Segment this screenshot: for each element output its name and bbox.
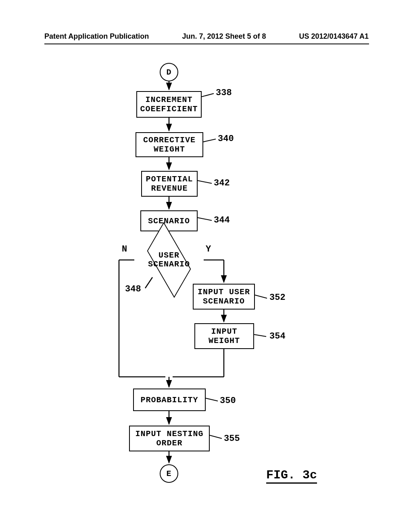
ref-348: 348 — [125, 284, 141, 294]
step-355: INPUT NESTING ORDER — [129, 426, 210, 451]
svg-line-24 — [210, 435, 222, 438]
flowchart: D INCREMENT COEEFICIENT 338 CORRECTIVE W… — [0, 56, 413, 500]
ref-344: 344 — [214, 215, 230, 225]
ref-342: 342 — [214, 178, 230, 188]
connector-d: D — [160, 63, 178, 81]
step-340: CORRECTIVE WEIGHT — [136, 132, 203, 157]
step-355-text: INPUT NESTING ORDER — [135, 429, 203, 448]
header-right: US 2012/0143647 A1 — [299, 32, 369, 41]
ref-352: 352 — [269, 293, 286, 303]
step-350: PROBABILITY — [133, 389, 206, 411]
step-350-text: PROBABILITY — [140, 395, 198, 405]
step-342-text: POTENTIAL REVENUE — [146, 175, 193, 193]
step-352-text: INPUT USER SCENARIO — [198, 287, 250, 306]
connector-e: E — [160, 464, 178, 483]
ref-338: 338 — [216, 88, 232, 98]
header-left: Patent Application Publication — [44, 32, 149, 41]
svg-line-21 — [255, 295, 267, 298]
page-header: Patent Application Publication Jun. 7, 2… — [0, 32, 413, 41]
ref-340: 340 — [218, 134, 234, 144]
step-338-text: INCREMENT COEEFICIENT — [140, 95, 198, 114]
svg-line-19 — [198, 181, 212, 183]
decision-348-text: USER SCENARIO — [137, 251, 201, 269]
step-340-text: CORRECTIVE WEIGHT — [143, 135, 196, 154]
header-rule — [44, 44, 369, 44]
step-352: INPUT USER SCENARIO — [193, 284, 255, 310]
svg-line-20 — [198, 218, 212, 220]
svg-line-17 — [202, 94, 214, 97]
branch-no: N — [122, 244, 127, 254]
step-338: INCREMENT COEEFICIENT — [136, 91, 202, 118]
svg-line-23 — [206, 398, 218, 401]
step-354: INPUT WEIGHT — [194, 323, 254, 349]
header-center: Jun. 7, 2012 Sheet 5 of 8 — [182, 32, 266, 41]
step-344: SCENARIO — [140, 210, 198, 231]
step-342: POTENTIAL REVENUE — [141, 171, 198, 197]
connector-d-label: D — [166, 68, 171, 77]
ref-354: 354 — [269, 331, 286, 341]
ref-350: 350 — [220, 396, 236, 406]
svg-line-22 — [254, 335, 266, 337]
svg-line-5 — [145, 277, 152, 288]
svg-line-18 — [203, 139, 216, 142]
branch-yes: Y — [206, 244, 211, 254]
connector-e-label: E — [166, 469, 171, 478]
ref-355: 355 — [224, 434, 240, 444]
figure-label: FIG. 3c — [266, 468, 317, 484]
step-354-text: INPUT WEIGHT — [209, 327, 240, 345]
step-344-text: SCENARIO — [148, 216, 190, 226]
